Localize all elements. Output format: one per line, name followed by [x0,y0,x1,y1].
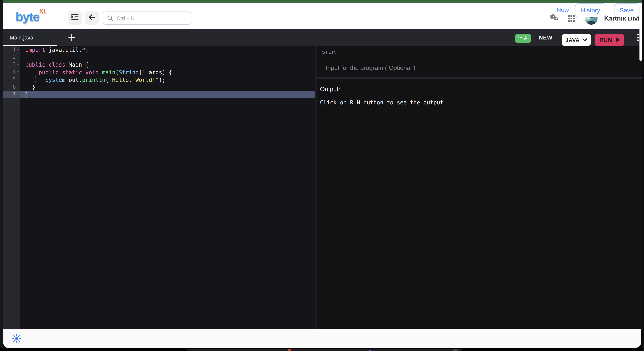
text-cursor [30,138,30,144]
logo-byte: byte [16,10,39,23]
fold-toggle[interactable] [16,46,20,54]
back-button[interactable] [85,11,99,24]
triangle-down-icon [16,49,19,50]
language-selector[interactable]: JAVA [562,34,591,46]
code-line-3[interactable]: 3public class Main { [3,61,315,68]
macos-dock-sliver[interactable] [187,349,462,351]
fold-slot [16,76,20,83]
code-line-2[interactable]: 2 [3,54,315,61]
line-number: 2 [12,54,16,61]
stdin-label: STDIN [322,50,337,54]
global-search-input[interactable]: Ctrl + K [103,12,191,24]
footer-bar [3,329,641,348]
line-number: 4 [12,68,16,76]
output-label: Output: [320,86,340,92]
triangle-down-icon [16,71,19,73]
tab-main-java[interactable]: Main.java [3,29,57,46]
code-text: } [20,91,315,98]
code-text [20,54,315,61]
app-header: byteXL [3,3,642,29]
fold-toggle[interactable] [16,61,20,68]
apps-grid-icon[interactable] [568,15,574,22]
fold-slot [16,83,20,91]
footer-new-button[interactable]: New [556,0,569,19]
fold-slot [16,54,20,61]
dock-icon-red [288,349,291,351]
search-placeholder: Ctrl + K [116,15,134,21]
stdin-input[interactable]: Input for the program ( Optional ) [322,58,634,75]
dock-icon-gray [453,349,459,351]
fold-toggle[interactable] [16,68,20,76]
line-number: 6 [12,83,16,91]
io-section-divider [317,76,642,79]
panel-divider[interactable] [315,46,317,329]
chevron-down-icon [582,38,587,42]
top-accent-bar [3,0,642,3]
indent-button[interactable] [68,11,82,24]
gutter-cell: 5 [3,76,20,83]
stdin-placeholder: Input for the program ( Optional ) [326,64,416,71]
gutter-cell: 6 [3,83,20,91]
line-number: 5 [12,76,16,83]
ai-label: AI [524,35,529,41]
code-text: public class Main { [20,61,315,68]
format-indent-increase-icon [71,14,79,22]
code-lines: 1import java.util.*;23public class Main … [3,46,315,98]
code-text: System.out.println("Hello, World!"); [20,76,315,83]
tab-label: Main.java [10,34,34,40]
gutter-cell: 3 [3,61,20,68]
bytexl-ide: byteXL [0,0,644,351]
code-text: import java.util.*; [20,46,315,54]
gutter-cell: 4 [3,68,20,76]
footer-history-button[interactable]: History [575,3,606,17]
footer-save-button[interactable]: Save [614,3,639,17]
code-line-1[interactable]: 1import java.util.*; [3,46,315,54]
theme-toggle-sun-icon[interactable] [12,334,21,343]
sparkles-icon [518,36,523,41]
logo-xl: XL [39,8,47,15]
io-panel: STDIN Input for the program ( Optional )… [317,46,642,329]
active-tab-underline [3,45,57,46]
code-editor[interactable]: 1import java.util.*;23public class Main … [3,46,315,329]
fold-slot [16,91,20,98]
editor-tab-bar: Main.java + AI NEW JAVA R [3,29,642,46]
arrow-left-icon [88,14,96,22]
gutter-cell: 1 [3,46,20,54]
code-line-7[interactable]: 7} [3,91,315,98]
code-line-4[interactable]: 4 public static void main(String[] args)… [3,68,315,76]
code-line-6[interactable]: 6 } [3,83,315,91]
bytexl-logo: byteXL [16,8,47,23]
line-number: 1 [12,46,16,54]
left-edge-strip [0,0,3,351]
play-icon [616,38,620,42]
code-line-5[interactable]: 5 System.out.println("Hello, World!"); [3,76,315,83]
scrollbar-track [642,0,644,351]
ai-assistant-button[interactable]: AI [515,34,531,43]
gutter-cell: 7 [3,91,20,98]
new-badge[interactable]: NEW [539,29,552,46]
run-label: RUN [600,37,612,43]
search-icon [107,15,113,21]
code-text: } [20,83,315,91]
run-button[interactable]: RUN [595,34,624,46]
add-tab-button[interactable]: + [66,29,78,46]
code-text: public static void main(String[] args) { [20,68,315,76]
output-message: Click on RUN button to see the output [320,99,444,105]
triangle-down-icon [16,64,19,66]
dock-icon-blue [369,350,371,351]
scrollbar-thumb[interactable] [639,3,642,61]
language-label: JAVA [566,37,580,43]
line-number: 7 [12,91,16,98]
gutter-cell: 2 [3,54,20,61]
line-number: 3 [12,61,16,68]
